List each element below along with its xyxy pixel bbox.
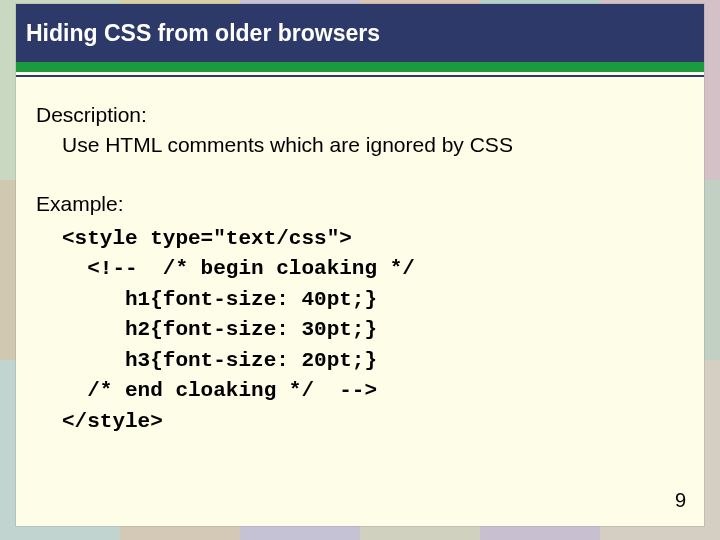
page-number: 9 xyxy=(675,489,686,512)
slide-content: Description: Use HTML comments which are… xyxy=(16,77,704,447)
example-label: Example: xyxy=(36,190,684,218)
accent-stripe xyxy=(16,62,704,72)
title-bar: Hiding CSS from older browsers xyxy=(16,4,704,62)
code-block: <style type="text/css"> <!-- /* begin cl… xyxy=(36,224,684,437)
description-label: Description: xyxy=(36,101,684,129)
slide: Hiding CSS from older browsers Descripti… xyxy=(16,4,704,526)
slide-title: Hiding CSS from older browsers xyxy=(26,20,380,47)
description-body: Use HTML comments which are ignored by C… xyxy=(36,131,684,159)
